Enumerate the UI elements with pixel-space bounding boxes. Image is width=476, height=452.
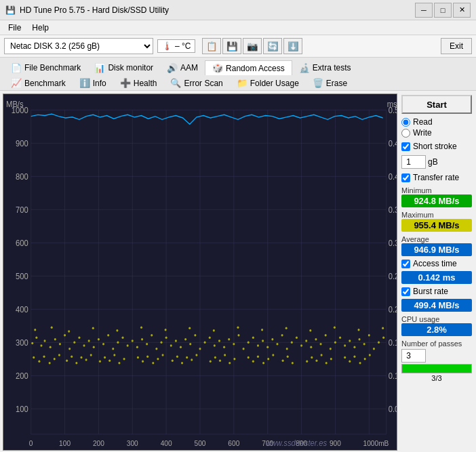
svg-text:100: 100	[16, 404, 28, 414]
progress-bar-inner	[402, 365, 471, 373]
svg-point-203	[382, 327, 384, 330]
access-time-checkbox[interactable]	[401, 260, 410, 268]
short-stroke-unit: gB	[428, 157, 438, 167]
svg-point-107	[271, 338, 273, 341]
svg-point-172	[272, 354, 274, 356]
tab-aam[interactable]: 🔊 AAM	[160, 60, 205, 75]
tab-folder-usage[interactable]: 📁 Folder Usage	[230, 76, 306, 90]
download-icon-btn[interactable]: ⬇️	[283, 38, 302, 54]
svg-point-80	[141, 338, 143, 341]
svg-point-138	[71, 356, 73, 358]
passes-input[interactable]	[401, 349, 426, 363]
read-write-group: Read Write	[401, 117, 472, 138]
minimize-button[interactable]: ─	[415, 3, 433, 18]
svg-point-89	[184, 338, 186, 341]
svg-point-141	[85, 358, 87, 361]
passes-row	[401, 349, 472, 363]
svg-point-184	[353, 356, 355, 358]
svg-point-91	[194, 334, 196, 337]
svg-point-126	[363, 343, 365, 346]
svg-point-78	[132, 340, 134, 342]
help-menu[interactable]: Help	[26, 22, 54, 34]
svg-point-95	[214, 344, 216, 347]
svg-point-133	[43, 356, 45, 358]
maximize-button[interactable]: □	[434, 3, 452, 18]
tab-erase[interactable]: 🗑️ Erase	[306, 76, 354, 90]
svg-point-90	[189, 343, 191, 346]
svg-point-146	[113, 354, 115, 356]
svg-point-125	[359, 338, 361, 341]
svg-point-191	[92, 327, 94, 330]
write-radio-item[interactable]: Write	[401, 128, 472, 138]
exit-button[interactable]: Exit	[441, 38, 472, 54]
tab-info[interactable]: ℹ️ Info	[73, 76, 113, 90]
svg-text:0: 0	[29, 439, 33, 448]
svg-point-202	[358, 329, 360, 331]
close-button[interactable]: ✕	[453, 3, 471, 18]
tab-disk-monitor[interactable]: 📊 Disk monitor	[87, 60, 160, 75]
svg-point-114	[305, 340, 307, 342]
short-stroke-checkbox[interactable]	[401, 142, 410, 151]
svg-point-193	[140, 326, 142, 329]
number-of-passes-section: Number of passes 3/3	[401, 338, 472, 382]
svg-point-104	[257, 344, 259, 347]
start-button[interactable]: Start	[401, 95, 472, 114]
aam-icon: 🔊	[167, 63, 178, 73]
read-radio[interactable]	[401, 118, 410, 127]
svg-point-158	[186, 356, 188, 359]
svg-point-144	[104, 356, 106, 359]
svg-point-108	[276, 343, 278, 346]
burst-rate-checkbox[interactable]	[401, 287, 410, 296]
svg-text:400: 400	[16, 304, 28, 314]
refresh-icon-btn[interactable]: 🔄	[263, 38, 282, 54]
disk-selector[interactable]: Netac DISK 3.2 (256 gB)	[4, 38, 153, 54]
svg-text:1000mB: 1000mB	[363, 439, 389, 448]
svg-point-96	[218, 340, 220, 342]
tab-extra-tests-label: Extra tests	[313, 63, 351, 73]
burst-rate-checkbox-item[interactable]: Burst rate	[401, 287, 472, 296]
chart-area: 1000 900 800 700 600 500 400 300 200 100…	[3, 94, 397, 451]
short-stroke-spinner-row: gB	[401, 155, 472, 169]
svg-point-105	[262, 340, 264, 342]
svg-point-75	[117, 342, 119, 344]
svg-point-199	[285, 327, 287, 330]
tab-file-benchmark[interactable]: 📄 File Benchmark	[4, 60, 87, 75]
write-label: Write	[413, 128, 432, 138]
svg-point-176	[306, 361, 308, 363]
svg-point-97	[223, 346, 225, 349]
svg-point-180	[325, 362, 328, 365]
svg-point-103	[252, 337, 254, 340]
read-radio-item[interactable]: Read	[401, 117, 472, 127]
maximum-label: Maximum	[401, 211, 472, 219]
svg-point-153	[157, 358, 159, 361]
tab-error-scan[interactable]: 🔍 Error Scan	[163, 76, 229, 90]
minimum-value: 924.8 MB/s	[401, 194, 472, 207]
svg-text:0.20: 0.20	[389, 304, 397, 314]
svg-text:200: 200	[16, 371, 28, 381]
tab-random-access[interactable]: 🎲 Random Access	[205, 60, 292, 75]
camera-icon-btn[interactable]: 📷	[243, 38, 262, 54]
svg-point-150	[142, 361, 144, 363]
save-icon-btn[interactable]: 💾	[222, 38, 241, 54]
copy-icon-btn[interactable]: 📋	[202, 38, 221, 54]
transfer-rate-checkbox[interactable]	[401, 173, 410, 182]
write-radio[interactable]	[401, 129, 410, 138]
svg-text:0.45: 0.45	[389, 138, 397, 148]
tab-health[interactable]: ➕ Health	[113, 76, 164, 90]
short-stroke-checkbox-item[interactable]: Short stroke	[401, 142, 472, 151]
svg-point-140	[80, 356, 82, 359]
svg-text:0.35: 0.35	[389, 205, 397, 215]
svg-point-65	[68, 348, 71, 350]
tab-extra-tests[interactable]: 🔬 Extra tests	[292, 60, 358, 75]
transfer-rate-checkbox-item[interactable]: Transfer rate	[401, 173, 472, 182]
number-of-passes-label: Number of passes	[401, 340, 472, 348]
progress-text: 3/3	[401, 374, 472, 382]
svg-point-113	[300, 344, 302, 347]
short-stroke-input[interactable]	[401, 155, 426, 169]
svg-point-81	[146, 343, 148, 346]
tab-benchmark[interactable]: 📈 Benchmark	[4, 76, 73, 90]
average-value: 946.9 MB/s	[401, 243, 472, 256]
file-menu[interactable]: File	[3, 22, 26, 34]
burst-rate-value: 499.4 MB/s	[401, 299, 472, 312]
access-time-checkbox-item[interactable]: Access time	[401, 259, 472, 268]
